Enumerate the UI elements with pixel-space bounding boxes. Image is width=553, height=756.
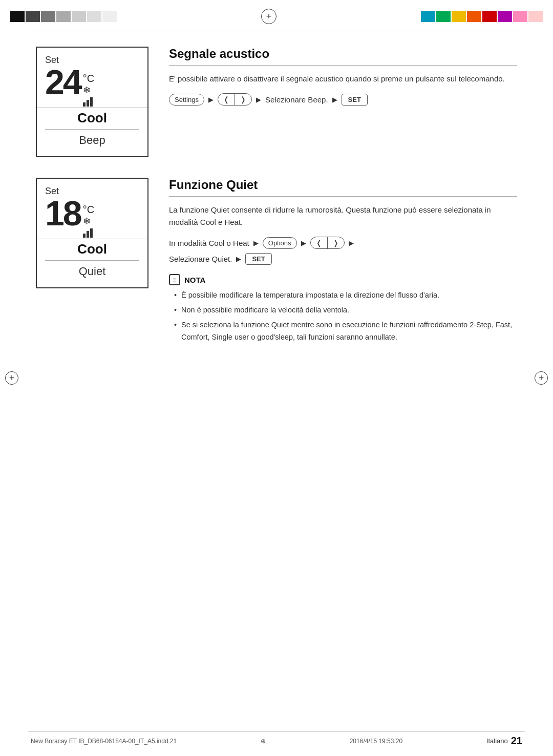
color-bar [87,11,101,22]
color-bar-orange [467,11,481,22]
main-content: Set 24 °C ❄ Cool Beep Segnale acustico [0,31,553,382]
reg-circle-right [535,371,548,385]
select-beep-text: Selezionare Beep. [265,95,328,104]
footer-language: Italiano [486,737,508,745]
registration-mark-left [5,371,18,385]
section-title-quiet: Funzione Quiet [169,178,517,197]
registration-mark-right [535,371,548,385]
color-bar-magenta [498,11,512,22]
lcd-temp-block-2: 18 °C ❄ [45,198,139,238]
note-item-3: Se si seleziona la funzione Quiet mentre… [174,319,517,343]
lcd-temp-unit-2: °C [83,204,94,216]
nota-label: NOTA [184,276,205,284]
select-quiet-text: Selezionare Quiet. [169,255,232,263]
note-title: ≡ NOTA [169,274,517,285]
nav-combined-2: ❬ ❭ [310,237,345,249]
lcd-mode-2: Cool [37,239,147,257]
section-title-segnale: Segnale acustico [169,47,517,66]
note-item-2: Non è possibile modificare la velocità d… [174,304,517,316]
color-bar [56,11,71,22]
lcd-temp-number-1: 24 [45,67,81,98]
nav-right-btn-2[interactable]: ❭ [328,237,344,248]
bar2-2 [87,231,89,238]
settings-button[interactable]: Settings [169,94,204,106]
arrow-icon-6: ▶ [349,239,354,247]
lcd-display-beep: Set 24 °C ❄ Cool Beep [36,47,148,157]
instruction-quiet-line2: Selezionare Quiet. ▶ SET [169,253,517,265]
section-desc-quiet: La funzione Quiet consente di ridurre la… [169,204,517,228]
color-bar-pink [513,11,527,22]
options-button[interactable]: Options [263,237,297,249]
footer-date: 2016/4/15 19:53:20 [350,738,402,745]
color-bar-yellow [452,11,466,22]
color-bar-cyan [421,11,435,22]
nav-combined-1: ❬ ❭ [218,93,252,106]
bar3-2 [90,228,93,238]
bottom-rule-line [28,731,525,731]
lcd-divider-1 [45,129,139,130]
color-bar [41,11,55,22]
print-marks-top [0,0,553,28]
note-box: ≡ NOTA È possibile modificare la tempera… [169,274,517,343]
lcd-right-icons-2: °C ❄ [83,202,94,238]
footer-reg-mark: ⊕ [261,738,266,745]
note-icon: ≡ [169,274,180,285]
set-button-1[interactable]: SET [342,94,368,106]
color-bar [26,11,40,22]
page-number: 21 [511,735,522,747]
arrow-icon-5: ▶ [301,239,306,247]
lcd-right-icons-1: °C ❄ [83,71,94,107]
section-content-segnale: Segnale acustico E' possibile attivare o… [169,47,517,110]
arrow-icon-1: ▶ [208,96,214,103]
reg-circle-left [5,371,18,385]
color-bars-left [10,11,117,22]
lcd-temp-block-1: 24 °C ❄ [45,67,139,107]
signal-bars-2 [83,228,93,238]
footer: New Boracay ET IB_DB68-06184A-00_IT_A5.i… [0,735,553,747]
lcd-bottom-2: Quiet [45,265,139,278]
arrow-icon-4: ▶ [253,239,259,247]
fan-icon-2: ❄ [83,216,91,227]
color-bar [102,11,117,22]
section-content-quiet: Funzione Quiet La funzione Quiet consent… [169,178,517,346]
set-button-2[interactable]: SET [245,253,271,265]
color-bar [10,11,25,22]
lcd-temp-number-2: 18 [45,198,81,229]
registration-mark-top-center [260,7,278,26]
arrow-icon-7: ▶ [236,255,241,263]
bar1-2 [83,234,86,238]
section-segnale-acustico: Set 24 °C ❄ Cool Beep Segnale acustico [36,47,517,157]
note-item-1: È possibile modificare la temperatura im… [174,289,517,301]
lcd-mode-1: Cool [37,108,147,126]
color-bar-lightpink [528,11,543,22]
footer-page: Italiano 21 [486,735,522,747]
lcd-bottom-1: Beep [45,134,139,147]
color-bar [72,11,86,22]
color-bar-green [436,11,451,22]
cool-heat-text: In modalità Cool o Heat [169,239,249,247]
instruction-quiet-line1: In modalità Cool o Heat ▶ Options ▶ ❬ ❭ … [169,237,517,249]
footer-file-info: New Boracay ET IB_DB68-06184A-00_IT_A5.i… [31,738,177,745]
color-bar-red [482,11,497,22]
section-funzione-quiet: Set 18 °C ❄ Cool Quiet Funzione Quiet [36,178,517,346]
nav-left-btn-1[interactable]: ❬ [218,94,235,105]
note-list: È possibile modificare la temperatura im… [169,289,517,343]
lcd-display-quiet: Set 18 °C ❄ Cool Quiet [36,178,148,288]
bar3 [90,97,93,107]
arrow-icon-2: ▶ [256,96,261,103]
fan-icon-1: ❄ [83,85,91,96]
nav-right-btn-1[interactable]: ❭ [235,94,251,105]
instruction-segnale: Settings ▶ ❬ ❭ ▶ Selezionare Beep. ▶ SET [169,93,517,106]
bar2 [87,100,89,107]
section-desc-segnale: E' possibile attivare o disattivare il s… [169,73,517,85]
nav-left-btn-2[interactable]: ❬ [311,237,328,248]
bar1 [83,102,86,107]
lcd-temp-unit-1: °C [83,73,94,85]
reg-circle [261,9,276,24]
lcd-divider-2 [45,260,139,261]
signal-bars-1 [83,97,93,107]
arrow-icon-3: ▶ [332,96,337,103]
color-bars-right [421,11,543,22]
